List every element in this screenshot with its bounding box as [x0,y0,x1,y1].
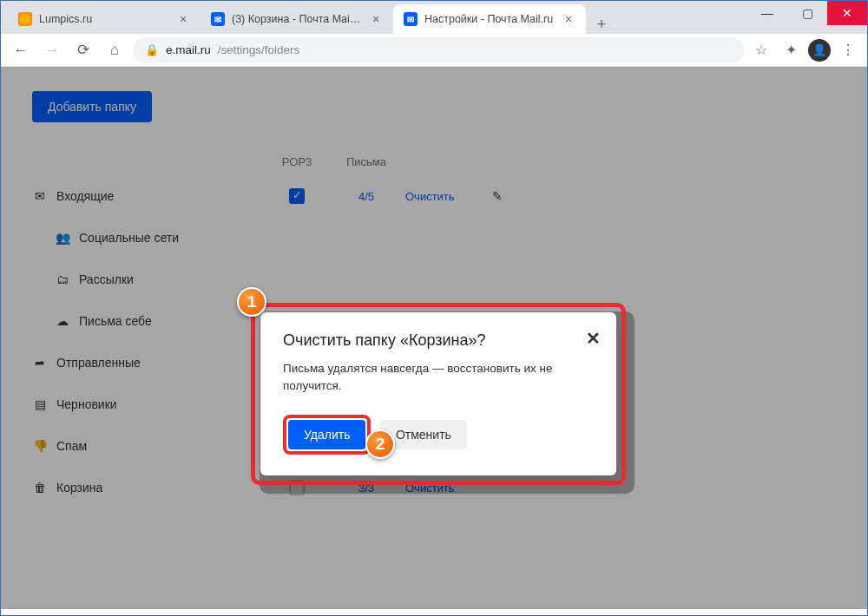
tab-title: Lumpics.ru [39,13,169,25]
window-maximize[interactable]: ▢ [787,1,827,25]
url-path: /settings/folders [218,43,300,56]
lumpics-favicon [18,12,32,26]
bookmark-star[interactable]: ☆ [749,38,773,62]
confirm-modal: ✕ Очистить папку «Корзина»? Письма удаля… [260,312,616,475]
lock-icon: 🔒 [145,43,159,56]
tab-mail-settings[interactable]: ✉ Настройки - Почта Mail.ru × [393,4,586,34]
annotation-outline-1: ✕ Очистить папку «Корзина»? Письма удаля… [251,303,626,485]
window-close[interactable]: ✕ [827,1,867,25]
address-bar[interactable]: 🔒 e.mail.ru/settings/folders [133,37,744,63]
tab-strip: Lumpics.ru × ✉ (3) Корзина - Почта Mail.… [1,1,867,34]
delete-button[interactable]: Удалить [288,420,365,449]
nav-home[interactable]: ⌂ [102,37,128,63]
mail-favicon: ✉ [404,12,418,26]
extensions-icon[interactable]: ✦ [779,38,803,62]
modal-close-button[interactable]: ✕ [586,328,601,349]
modal-text: Письма удалятся навсегда — восстановить … [283,360,594,396]
new-tab-button[interactable]: + [589,16,614,34]
close-icon[interactable]: × [369,12,383,26]
chrome-menu[interactable]: ⋮ [836,38,860,62]
nav-reload[interactable]: ⟳ [70,37,96,63]
nav-forward[interactable]: → [39,37,65,63]
mail-favicon: ✉ [211,12,225,26]
address-row: ← → ⟳ ⌂ 🔒 e.mail.ru/settings/folders ☆ ✦… [1,34,867,67]
window-minimize[interactable]: — [747,1,787,25]
window-controls: — ▢ ✕ [747,1,867,25]
content-area: Добавить папку POP3 Письма ✉Входящие 4/5… [1,67,867,609]
annotation-badge-2: 2 [365,429,395,459]
annotation-outline-2: Удалить [283,415,371,455]
tab-lumpics[interactable]: Lumpics.ru × [8,4,201,34]
tab-title: Настройки - Почта Mail.ru [424,13,555,25]
modal-title: Очистить папку «Корзина»? [283,331,594,350]
tab-mail-trash[interactable]: ✉ (3) Корзина - Почта Mail.ru × [201,4,393,34]
window-frame: — ▢ ✕ Lumpics.ru × ✉ (3) Корзина - Почта… [0,0,868,616]
annotation-badge-1: 1 [237,287,266,317]
url-host: e.mail.ru [166,43,211,56]
close-icon[interactable]: × [176,12,190,26]
nav-back[interactable]: ← [8,37,34,63]
tab-title: (3) Корзина - Почта Mail.ru [232,13,362,25]
close-icon[interactable]: × [562,12,575,26]
profile-avatar[interactable]: 👤 [808,39,831,62]
